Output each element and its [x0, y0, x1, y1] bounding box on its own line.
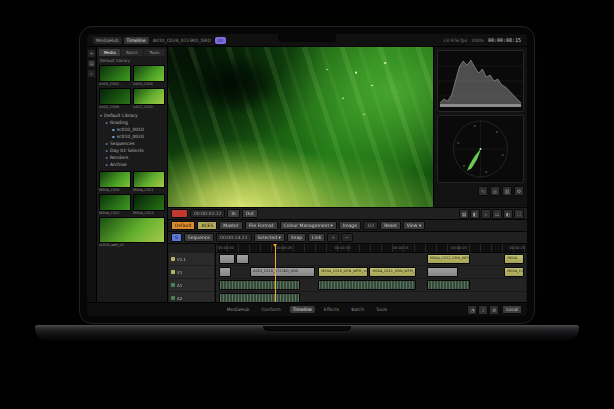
workspace-tab[interactable]: Effects	[321, 306, 342, 313]
viewer-toolbar-button[interactable]: In	[227, 209, 239, 218]
▸[interactable]: ▸ Day 01 Selects	[97, 147, 167, 154]
mask-icon[interactable]: ▭	[492, 209, 502, 219]
thumbnail-name: M004_C013	[133, 211, 165, 215]
record-button[interactable]	[171, 209, 188, 218]
folder-icon[interactable]: ▤	[88, 60, 95, 67]
clip-label: A010_C018_0723KD_GRD	[251, 268, 314, 273]
thumbnail-name: M004_C011	[133, 188, 165, 192]
workspace-tab[interactable]: Conform	[258, 306, 283, 313]
timeline-clip[interactable]: M004_C011_GRN_WFM_v001	[369, 267, 416, 277]
storage-button[interactable]: Local	[502, 305, 522, 314]
search-icon[interactable]: ⌕	[88, 70, 95, 77]
selection-chip[interactable]: U1	[215, 37, 226, 44]
media-thumbnail[interactable]: M004_C013	[133, 194, 165, 215]
grid-icon[interactable]: ▦	[459, 209, 469, 219]
vectorscope-icon[interactable]: ◎	[490, 186, 500, 196]
grade-toolbar-button[interactable]: Reset	[380, 221, 401, 230]
cpu-meter-icon[interactable]: ◔	[467, 305, 477, 315]
media-thumbnail[interactable]: M004_C011	[133, 171, 165, 192]
workspace-tab[interactable]: Timeline	[290, 306, 315, 313]
timeline-toolbar-button[interactable]: 00:00:14:22	[216, 233, 251, 242]
timeline-clip[interactable]	[318, 280, 416, 290]
thumbnail-grid-bottom: M004_C010 M004_C011	[97, 170, 167, 216]
playhead[interactable]	[275, 244, 276, 302]
ruler-label: 00:00:15	[393, 246, 409, 250]
workspace-tab[interactable]: MediaHub	[224, 306, 253, 313]
center-column: ∿◎▥⚙ 00:00:03:12InOut ▦◧⌕▭◐⛶	[168, 47, 527, 302]
grade-toolbar-button[interactable]: File Format	[245, 221, 278, 230]
waveform-scope	[437, 50, 524, 112]
timeline-toolbar-button[interactable]: S	[171, 233, 182, 242]
workspace-tab[interactable]: Batch	[348, 306, 367, 313]
grade-toolbar-button[interactable]: View ▾	[403, 221, 425, 230]
grade-toolbar: DefaultACESMasterFile FormatColour Manag…	[168, 219, 527, 231]
timeline-clip[interactable]	[427, 280, 470, 290]
timeline-clip[interactable]: M004_C012_GRN_WFM	[427, 254, 470, 264]
thumbnail-image	[133, 171, 165, 188]
grade-toolbar-button[interactable]: Colour Management ▾	[280, 221, 337, 230]
▸[interactable]: ▸ Renders	[97, 154, 167, 161]
timeline-toolbar-button[interactable]: Link	[308, 233, 325, 242]
grade-toolbar-button[interactable]: Default	[171, 221, 195, 230]
timeline-clip[interactable]: M004_C013	[504, 267, 524, 277]
workspace-tab[interactable]: Tools	[373, 306, 390, 313]
add-icon[interactable]: +	[88, 50, 95, 57]
thumbnail-image	[133, 194, 165, 211]
timeline-clip[interactable]: M004_C010_GRN_WFM_v001	[318, 267, 368, 277]
tree-item-label: Day 01 Selects	[110, 148, 144, 153]
▪[interactable]: ▪ sc010_0020	[97, 133, 167, 140]
track-header[interactable]: V1	[169, 266, 214, 278]
timeline-toolbar-button[interactable]: −	[341, 233, 353, 242]
timeline-clip[interactable]: A010_C018_0723KD_GRD	[250, 267, 315, 277]
media-thumbnail[interactable]: A010_C005	[133, 65, 165, 86]
grade-toolbar-button[interactable]: ACES	[197, 221, 217, 230]
media-thumbnail[interactable]: A010_C002	[99, 65, 131, 86]
color-wheel-icon[interactable]: ◐	[503, 209, 513, 219]
top-bar-tab[interactable]: MediaHub	[93, 37, 122, 44]
compare-icon[interactable]: ◧	[470, 209, 480, 219]
media-thumbnail[interactable]: A010_C009	[99, 88, 131, 109]
timeline-clip[interactable]	[219, 267, 231, 277]
gear-icon[interactable]: ⚙	[489, 305, 499, 315]
zoom-level-label: 100%	[471, 38, 484, 43]
grade-toolbar-button[interactable]: Master	[219, 221, 242, 230]
histogram-icon[interactable]: ▥	[502, 186, 512, 196]
media-panel-tab[interactable]: Media	[99, 49, 120, 56]
▾[interactable]: ▾ Default Library	[97, 112, 167, 119]
track-header[interactable]: V1.1	[169, 253, 214, 265]
viewer-toolbar-button[interactable]: 00:00:03:12	[190, 209, 225, 218]
viewer-toolbar-button[interactable]: Out	[242, 209, 258, 218]
media-panel-tab[interactable]: Tools	[144, 49, 165, 56]
zoom-icon[interactable]: ⌕	[481, 209, 491, 219]
media-thumbnail[interactable]: M004_C012	[99, 194, 131, 215]
media-thumbnail[interactable]: A012_C001	[133, 88, 165, 109]
track-name: A2	[177, 296, 182, 301]
expand-icon[interactable]: ⛶	[514, 209, 524, 219]
grade-toolbar-button[interactable]: Image	[339, 221, 361, 230]
audio-icon[interactable]: ♪	[478, 305, 488, 315]
timeline-clip[interactable]	[236, 254, 248, 264]
timeline-clip[interactable]: M004	[504, 254, 524, 264]
track-header[interactable]: A1	[169, 279, 214, 291]
▸[interactable]: ▸ Sequences	[97, 140, 167, 147]
▪[interactable]: ▪ sc010_0010	[97, 126, 167, 133]
timeline-clip[interactable]	[219, 254, 235, 264]
top-bar-tab[interactable]: Timeline	[124, 37, 149, 44]
▸[interactable]: ▸ Archive	[97, 161, 167, 168]
selected-clip-preview[interactable]: sc010_edit_v2	[97, 216, 167, 248]
timeline-toolbar-button[interactable]: Sequence	[184, 233, 214, 242]
timeline-panel: V1.1 V1	[168, 243, 527, 302]
media-thumbnail[interactable]: M004_C010	[99, 171, 131, 192]
timeline-toolbar-button[interactable]: Selected ▾	[254, 233, 285, 242]
media-panel-tab[interactable]: Batch	[121, 49, 142, 56]
timeline-ruler[interactable]: 00:00:0000:00:0500:00:1000:00:1500:00:20…	[216, 244, 527, 253]
timeline-toolbar-button[interactable]: +	[327, 233, 339, 242]
waveform-icon[interactable]: ∿	[478, 186, 488, 196]
scope-settings-icon[interactable]: ⚙	[514, 186, 524, 196]
video-editing-app-window: MediaHubTimeline A010_C024_0723KD_GRD U1…	[87, 34, 527, 316]
timeline-clip[interactable]	[219, 280, 300, 290]
▸[interactable]: ▸ Grading	[97, 119, 167, 126]
grade-toolbar-button[interactable]: 1/2	[363, 221, 378, 230]
timeline-clip[interactable]	[427, 267, 458, 277]
timeline-toolbar-button[interactable]: Snap	[287, 233, 306, 242]
